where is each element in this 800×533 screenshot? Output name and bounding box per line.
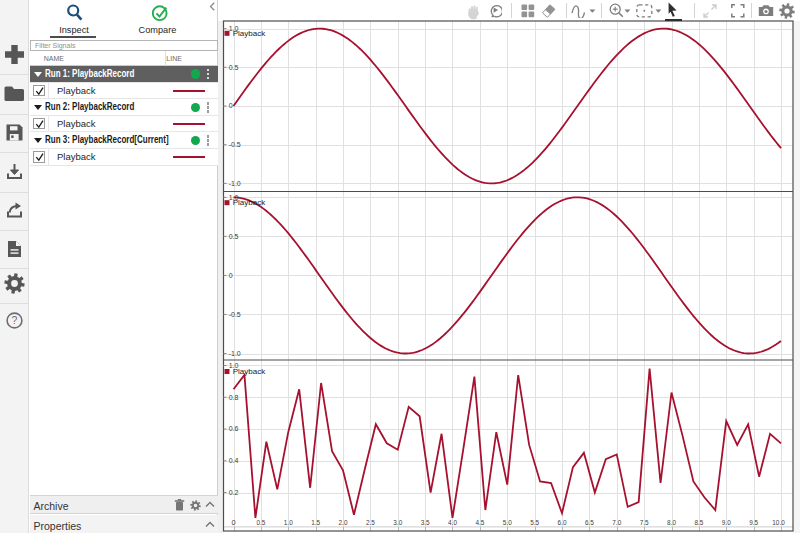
svg-text:?: ?	[12, 314, 18, 326]
svg-text:4.5: 4.5	[475, 518, 484, 527]
svg-text:0: 0	[229, 102, 233, 109]
svg-text:0.4: 0.4	[229, 457, 239, 464]
svg-text:Playback: Playback	[233, 367, 266, 376]
svg-text:Playback: Playback	[233, 198, 266, 207]
svg-text:Playback: Playback	[233, 29, 266, 38]
svg-text:0: 0	[231, 518, 235, 527]
svg-text:8.0: 8.0	[667, 518, 676, 527]
svg-text:2.5: 2.5	[366, 518, 375, 527]
svg-text:2.0: 2.0	[339, 518, 348, 527]
svg-text:9.5: 9.5	[749, 518, 758, 527]
svg-text:8.5: 8.5	[694, 518, 703, 527]
svg-text:7.0: 7.0	[612, 518, 621, 527]
svg-text:-0.5: -0.5	[229, 141, 241, 148]
svg-text:1.5: 1.5	[311, 518, 320, 527]
svg-text:1.0: 1.0	[284, 518, 293, 527]
svg-text:0.6: 0.6	[229, 425, 239, 432]
svg-text:0.5: 0.5	[256, 518, 265, 527]
svg-text:-1.0: -1.0	[229, 180, 241, 187]
svg-text:0.8: 0.8	[229, 394, 239, 401]
svg-text:7.5: 7.5	[640, 518, 649, 527]
svg-text:0: 0	[229, 272, 233, 279]
svg-text:6.5: 6.5	[585, 518, 594, 527]
svg-text:3.5: 3.5	[421, 518, 430, 527]
svg-text:5.5: 5.5	[530, 518, 539, 527]
svg-text:9.0: 9.0	[722, 518, 731, 527]
svg-text:-1.0: -1.0	[229, 350, 241, 357]
svg-text:3.0: 3.0	[393, 518, 402, 527]
svg-text:10.0: 10.0	[772, 518, 784, 527]
svg-text:0.5: 0.5	[229, 233, 239, 240]
svg-text:0.2: 0.2	[229, 489, 239, 496]
svg-text:0.5: 0.5	[229, 64, 239, 71]
svg-text:6.0: 6.0	[558, 518, 567, 527]
svg-text:4.0: 4.0	[448, 518, 457, 527]
svg-text:5.0: 5.0	[503, 518, 512, 527]
svg-text:-0.5: -0.5	[229, 311, 241, 318]
